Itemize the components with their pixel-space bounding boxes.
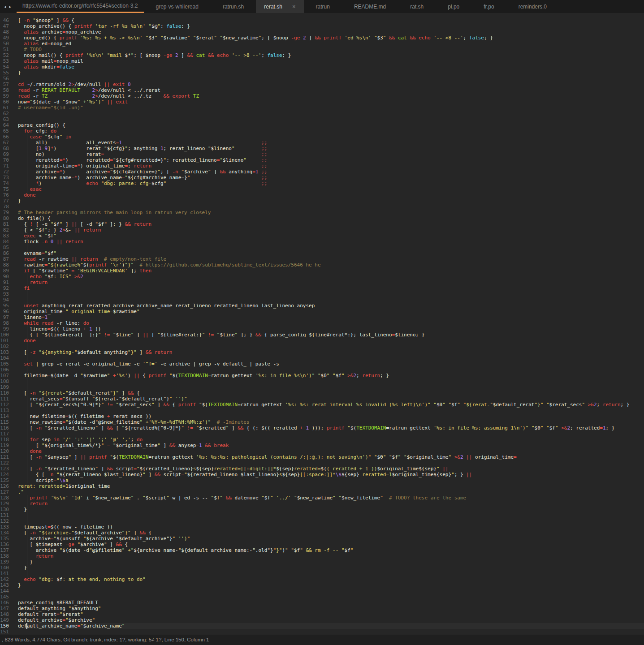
code-line[interactable]: 82 { < "$f"; } 2>&- || return (0, 227, 644, 233)
code-line[interactable]: 146parse_config $RERAT_DEFAULT (0, 600, 644, 606)
code-line[interactable]: 144 (0, 588, 644, 594)
code-line[interactable]: 104 (0, 355, 644, 361)
code-line[interactable]: 98 while read -r line; do (0, 320, 644, 326)
code-line[interactable]: 131 (0, 512, 644, 518)
code-line[interactable]: 150default_archive_name="$archive_name" (0, 623, 644, 629)
code-line[interactable]: 125 script="\$a (0, 477, 644, 483)
code-line[interactable]: 121 [ -n "$anysep" ] || printf "$(TEXTDO… (0, 454, 644, 460)
code-line[interactable]: 114 new_filetime=$(( filetime + rerat_se… (0, 413, 644, 419)
code-line[interactable]: 86 evname="$f" (0, 250, 644, 256)
code-line[interactable]: 148default_rerat="$rerat" (0, 611, 644, 617)
code-line[interactable]: 60now="$(date -d "$now" +'%s')" || exit (0, 99, 644, 105)
code-line[interactable]: 147default_anything="$anything" (0, 606, 644, 611)
code-line[interactable]: 117 (0, 431, 644, 437)
tab-ratrun[interactable]: ratrun (304, 0, 342, 13)
code-line[interactable]: 109 (0, 384, 644, 390)
code-line[interactable]: 71 original-time=*) original_time=; retu… (0, 163, 644, 169)
code-line[interactable]: 129 return (0, 501, 644, 507)
code-line[interactable]: 85 (0, 245, 644, 250)
code-line[interactable]: 47 noop_archive() { printf 'tar -rf %s %… (0, 23, 644, 29)
code-line[interactable]: 105 set | grep -e rerat -e original_time… (0, 361, 644, 367)
code-line[interactable]: 91 return (0, 280, 644, 285)
code-line[interactable]: 108 (0, 378, 644, 384)
code-line[interactable]: 63 (0, 116, 644, 122)
code-line[interactable]: 149default_archive="$archive" (0, 617, 644, 623)
code-line[interactable]: 64parse_config() { (0, 122, 644, 128)
code-line[interactable]: 78 (0, 204, 644, 210)
code-line[interactable]: 79# The header parsing mirrors the main … (0, 210, 644, 215)
code-line[interactable]: 138 return (0, 553, 644, 559)
tab-https-www-rfc-editor-org-rfc-rfc5545-section-3-2[interactable]: https://www.rfc-editor.org/rfc/rfc5545#s… (17, 0, 143, 13)
code-line[interactable]: 116 [ -n "$reratted_lineno" ] && [ "${re… (0, 425, 644, 431)
tab-pl-po[interactable]: pl.po (436, 0, 471, 13)
code-line[interactable]: 84 flock -n 0 || return (0, 239, 644, 245)
code-line[interactable]: 87 read -r rawtime || return # empty/non… (0, 256, 644, 262)
code-line[interactable]: 49 noop_ed() { printf '%s: %s + %s -> %s… (0, 35, 644, 41)
tab-rat-sh[interactable]: rat.sh (398, 0, 436, 13)
tab-grep-vs-whileread[interactable]: grep-vs-whileread (144, 0, 211, 13)
code-line[interactable]: 132 (0, 518, 644, 524)
code-line[interactable]: 48 alias archive=noop_archive (0, 29, 644, 35)
code-line[interactable]: 83 exec < "$f" (0, 233, 644, 239)
code-line[interactable]: 97 lineno=1 (0, 314, 644, 320)
code-line[interactable]: 51 # TODO (0, 47, 644, 52)
tab-reminders-0[interactable]: reminders.0 (506, 0, 559, 13)
code-line[interactable]: 89 if [ "$rawtime" = 'BEGIN:VCALENDAR' ]… (0, 268, 644, 274)
code-line[interactable]: 53 alias mail=noop_mail (0, 58, 644, 64)
code-line[interactable]: 103 [ -z "${anything-"$default_anything"… (0, 349, 644, 355)
code-line[interactable]: 110 [ -n "${rerat-"$default_rerat"}" ] &… (0, 390, 644, 396)
code-line[interactable]: 66 case "$cfg" in (0, 134, 644, 140)
code-line[interactable]: 81 { ! [ -e "$f" ] || [ -d "$f" ]; } && … (0, 221, 644, 227)
code-line[interactable]: 54 alias mkdir=false (0, 64, 644, 70)
code-line[interactable]: 88 rawtime="${rawtime%"$(printf '\r')"}"… (0, 262, 644, 268)
code-line[interactable]: 94 (0, 297, 644, 303)
code-line[interactable]: 61# username="$(id -un)" (0, 105, 644, 111)
code-line[interactable]: 140 } (0, 565, 644, 571)
code-line[interactable]: 111 rerat_secs="$(unsuff "${rerat-"$defa… (0, 396, 644, 402)
code-line[interactable]: 46[ -n "$noop" ] && { (0, 17, 644, 23)
code-line[interactable]: 141 (0, 571, 644, 576)
code-line[interactable]: 107 filetime=$(date -d "$rawtime" +'%s')… (0, 373, 644, 378)
code-line[interactable]: 128 printf '%s\n' '1d' i "$new_rawtime" … (0, 495, 644, 501)
close-icon[interactable]: × (292, 4, 296, 9)
tab-readme-md[interactable]: README.md (342, 0, 398, 13)
code-line[interactable]: 127." (0, 489, 644, 495)
code-line[interactable]: 122 (0, 460, 644, 466)
code-line[interactable]: 142 echo "dbg: $f: at the end, nothing t… (0, 576, 644, 582)
nav-forward-icon[interactable]: ▸ (9, 4, 12, 9)
code-line[interactable]: 65 for cfg; do (0, 128, 644, 134)
code-line[interactable]: 123 [ -n "$reratted_lineno" ] && script=… (0, 466, 644, 472)
code-line[interactable]: 134 [ -n "${archive-"$default_archive"}"… (0, 530, 644, 536)
code-line[interactable]: 118 for sep in '/' ':' '|' ';' '@' ','; … (0, 437, 644, 443)
code-line[interactable]: 90 echo "$f: ICS" >&2 (0, 274, 644, 280)
code-line[interactable]: 58read -r RERAT_DEFAULT 2>/dev/null < ..… (0, 87, 644, 93)
code-line[interactable]: 67 all) all_events=1 ;; (0, 140, 644, 146)
code-line[interactable]: 102 (0, 344, 644, 349)
code-line[interactable]: 124 { [ -n "${rerat_lineno-$last_lineno}… (0, 472, 644, 477)
code-line[interactable]: 115 new_rawtime="$(date -d"@$new_filetim… (0, 419, 644, 425)
code-line[interactable]: 151 (0, 629, 644, 635)
code-line[interactable]: 74 *) echo "dbg: parse: cfg=$cfg" ;; (0, 181, 644, 186)
code-line[interactable]: 119 [ "${original_time%/*}" = "$original… (0, 443, 644, 448)
code-line[interactable]: 55} (0, 70, 644, 76)
code-line[interactable]: 139 } (0, 559, 644, 565)
code-line[interactable]: 62 (0, 111, 644, 116)
code-line[interactable]: 50 alias ed=noop_ed (0, 41, 644, 47)
code-line[interactable]: 92 fi (0, 285, 644, 291)
code-line[interactable]: 76 done (0, 192, 644, 198)
code-line[interactable]: 100 { [ "${line#rerat[ ]:}" != "$line" ]… (0, 332, 644, 338)
code-line[interactable]: 120 done (0, 448, 644, 454)
code-line[interactable]: 75 esac (0, 186, 644, 192)
tab-ratrun-sh[interactable]: ratrun.sh (211, 0, 256, 13)
code-line[interactable]: 135 archive="$(unsuff "${archive-"$defau… (0, 536, 644, 542)
nav-back-icon[interactable]: ◂ (4, 4, 6, 9)
code-editor[interactable]: 46[ -n "$noop" ] && {47 noop_archive() {… (0, 13, 644, 635)
code-line[interactable]: 133 timepast=$(( now - filetime )) (0, 524, 644, 530)
code-line[interactable]: 57cd ~/.ratrun/old 2>/dev/null || exit 0 (0, 82, 644, 87)
code-line[interactable]: 126rerat: reratted=1$original_time (0, 483, 644, 489)
code-line[interactable]: 59read -r TZ 2>/dev/null < ../.tz && exp… (0, 93, 644, 99)
code-line[interactable]: 70 reratted=*) reratted="${cfg#reratted=… (0, 157, 644, 163)
code-line[interactable]: 73 archive-name=*) archive_name="${cfg#a… (0, 175, 644, 181)
code-line[interactable]: 106 (0, 367, 644, 373)
code-line[interactable]: 93 (0, 291, 644, 297)
